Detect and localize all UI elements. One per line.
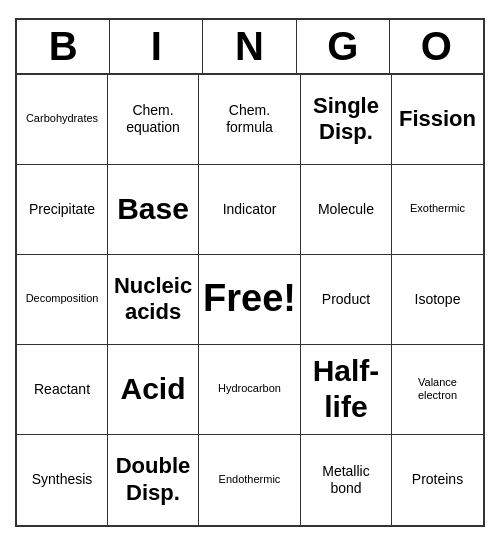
bingo-cell[interactable]: Nucleicacids xyxy=(108,255,199,345)
bingo-cell[interactable]: Decomposition xyxy=(17,255,108,345)
bingo-cell[interactable]: Reactant xyxy=(17,345,108,435)
bingo-cell[interactable]: Valanceelectron xyxy=(392,345,483,435)
cell-text: Valanceelectron xyxy=(418,376,457,402)
cell-text: Isotope xyxy=(415,291,461,308)
bingo-cell[interactable]: Exothermic xyxy=(392,165,483,255)
cell-text: SingleDisp. xyxy=(313,93,379,146)
bingo-grid: CarbohydratesChem.equationChem.formulaSi… xyxy=(17,75,483,525)
cell-text: Nucleicacids xyxy=(114,273,192,326)
cell-text: Chem.equation xyxy=(126,102,180,136)
bingo-cell[interactable]: Chem.formula xyxy=(199,75,301,165)
header-letter: B xyxy=(17,20,110,73)
cell-text: Fission xyxy=(399,106,476,132)
cell-text: Exothermic xyxy=(410,202,465,215)
header-letter: I xyxy=(110,20,203,73)
cell-text: Carbohydrates xyxy=(26,112,98,125)
cell-text: Reactant xyxy=(34,381,90,398)
cell-text: Acid xyxy=(121,371,186,407)
bingo-cell[interactable]: Fission xyxy=(392,75,483,165)
bingo-cell[interactable]: Proteins xyxy=(392,435,483,525)
header-letter: G xyxy=(297,20,390,73)
cell-text: Hydrocarbon xyxy=(218,382,281,395)
cell-text: Proteins xyxy=(412,471,463,488)
bingo-cell[interactable]: Isotope xyxy=(392,255,483,345)
cell-text: Base xyxy=(117,191,189,227)
cell-text: Precipitate xyxy=(29,201,95,218)
bingo-header: BINGO xyxy=(17,20,483,75)
cell-text: Metallicbond xyxy=(322,463,369,497)
bingo-cell[interactable]: Product xyxy=(301,255,392,345)
cell-text: Endothermic xyxy=(219,473,281,486)
cell-text: Molecule xyxy=(318,201,374,218)
bingo-cell[interactable]: Precipitate xyxy=(17,165,108,255)
cell-text: Chem.formula xyxy=(226,102,273,136)
cell-text: Free! xyxy=(203,276,296,322)
bingo-cell[interactable]: DoubleDisp. xyxy=(108,435,199,525)
bingo-cell[interactable]: Indicator xyxy=(199,165,301,255)
bingo-cell[interactable]: Synthesis xyxy=(17,435,108,525)
bingo-cell[interactable]: Hydrocarbon xyxy=(199,345,301,435)
cell-text: Decomposition xyxy=(26,292,99,305)
cell-text: Half-life xyxy=(313,353,380,425)
cell-text: Indicator xyxy=(223,201,277,218)
bingo-cell[interactable]: Molecule xyxy=(301,165,392,255)
bingo-card: BINGO CarbohydratesChem.equationChem.for… xyxy=(15,18,485,527)
cell-text: DoubleDisp. xyxy=(116,453,191,506)
bingo-cell[interactable]: SingleDisp. xyxy=(301,75,392,165)
header-letter: O xyxy=(390,20,483,73)
cell-text: Product xyxy=(322,291,370,308)
bingo-cell[interactable]: Endothermic xyxy=(199,435,301,525)
bingo-cell[interactable]: Carbohydrates xyxy=(17,75,108,165)
bingo-cell[interactable]: Chem.equation xyxy=(108,75,199,165)
bingo-cell[interactable]: Metallicbond xyxy=(301,435,392,525)
bingo-cell[interactable]: Base xyxy=(108,165,199,255)
bingo-cell[interactable]: Acid xyxy=(108,345,199,435)
bingo-cell[interactable]: Half-life xyxy=(301,345,392,435)
header-letter: N xyxy=(203,20,296,73)
cell-text: Synthesis xyxy=(32,471,93,488)
bingo-cell[interactable]: Free! xyxy=(199,255,301,345)
